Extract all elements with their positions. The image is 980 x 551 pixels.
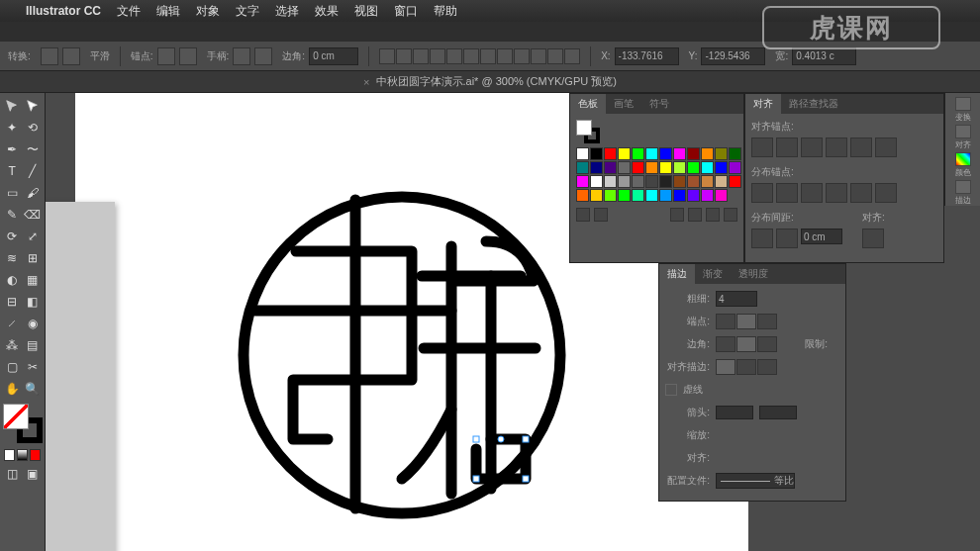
swatch-color[interactable]: [590, 189, 603, 202]
swatch-library-icon[interactable]: [576, 208, 590, 222]
align-left-button[interactable]: [751, 138, 773, 157]
fill-swatch[interactable]: [3, 404, 29, 429]
handle-icon[interactable]: [254, 47, 272, 65]
swatch-color[interactable]: [590, 175, 603, 188]
align-bottom-button[interactable]: [875, 138, 897, 157]
free-transform-tool-icon[interactable]: ⊞: [23, 247, 44, 269]
swatch-color[interactable]: [604, 175, 617, 188]
dist-top-button[interactable]: [751, 183, 773, 203]
tab-align[interactable]: 对齐: [745, 94, 781, 114]
corner-round-button[interactable]: [736, 336, 756, 352]
menu-type[interactable]: 文字: [236, 3, 259, 20]
rotate-tool-icon[interactable]: ⟳: [2, 226, 23, 247]
swatch-color[interactable]: [590, 147, 603, 160]
width-tool-icon[interactable]: ≋: [2, 247, 23, 269]
menu-effect[interactable]: 效果: [315, 3, 339, 20]
swatch-color[interactable]: [576, 189, 589, 202]
menu-file[interactable]: 文件: [117, 3, 141, 20]
lasso-tool-icon[interactable]: ⟲: [23, 117, 44, 138]
dist-h-icon[interactable]: [480, 48, 496, 64]
tab-transparency[interactable]: 透明度: [731, 264, 776, 284]
swatch-color[interactable]: [729, 147, 741, 160]
rectangle-tool-icon[interactable]: ▭: [2, 182, 23, 204]
menu-edit[interactable]: 编辑: [156, 3, 180, 20]
swatch-color[interactable]: [729, 175, 741, 188]
corner-miter-button[interactable]: [716, 336, 735, 352]
cap-round-button[interactable]: [736, 314, 756, 329]
corner-bevel-button[interactable]: [757, 336, 777, 352]
weight-input[interactable]: [716, 291, 757, 307]
swatch-color[interactable]: [701, 161, 714, 174]
swatch-color[interactable]: [659, 147, 672, 160]
delete-swatch-icon[interactable]: [724, 208, 737, 222]
color-mode-none-icon[interactable]: [30, 449, 41, 461]
menu-window[interactable]: 窗口: [394, 3, 418, 20]
swatch-color[interactable]: [729, 161, 741, 174]
swatch-color[interactable]: [604, 161, 617, 174]
eraser-tool-icon[interactable]: ⌫: [23, 204, 44, 226]
tab-gradient[interactable]: 渐变: [695, 264, 731, 284]
anchor-convert-icon[interactable]: [41, 47, 58, 65]
swatch-color[interactable]: [632, 147, 644, 160]
swatch-color[interactable]: [645, 189, 658, 202]
mesh-tool-icon[interactable]: ⊟: [2, 291, 23, 313]
align-hcenter-button[interactable]: [776, 138, 798, 157]
swatch-color[interactable]: [715, 175, 728, 188]
align-bottom-icon[interactable]: [463, 48, 479, 64]
dist-gap-v-button[interactable]: [751, 229, 773, 248]
strip-align[interactable]: 对齐: [948, 125, 978, 150]
dist-icon[interactable]: [514, 48, 530, 64]
tab-swatches[interactable]: 色板: [570, 94, 606, 114]
dist-right-button[interactable]: [875, 183, 897, 203]
perspective-tool-icon[interactable]: ▦: [23, 269, 44, 291]
direct-selection-tool-icon[interactable]: [23, 95, 44, 117]
zoom-tool-icon[interactable]: 🔍: [23, 378, 44, 400]
magic-wand-tool-icon[interactable]: ✦: [2, 117, 23, 138]
x-input[interactable]: [615, 47, 679, 65]
swatch-color[interactable]: [618, 161, 631, 174]
slice-tool-icon[interactable]: ✂: [23, 356, 44, 378]
arrow-end-select[interactable]: [759, 406, 797, 419]
anchor-icon[interactable]: [179, 47, 197, 65]
dist-icon[interactable]: [547, 48, 563, 64]
swatch-color[interactable]: [673, 175, 686, 188]
shaper-tool-icon[interactable]: ✎: [2, 204, 23, 226]
swatch-options-icon[interactable]: [670, 208, 684, 222]
swatch-color[interactable]: [659, 161, 672, 174]
swatch-color[interactable]: [604, 189, 617, 202]
swatch-color[interactable]: [618, 147, 631, 160]
swatch-color[interactable]: [715, 189, 728, 202]
selection-tool-icon[interactable]: [2, 95, 23, 117]
symbol-sprayer-tool-icon[interactable]: ⁂: [2, 334, 23, 356]
align-inside-button[interactable]: [736, 359, 756, 375]
swatch-color[interactable]: [701, 189, 714, 202]
swatch-color[interactable]: [604, 147, 617, 160]
swatch-color[interactable]: [687, 147, 700, 160]
swatch-color[interactable]: [645, 147, 658, 160]
blend-tool-icon[interactable]: ◉: [23, 313, 44, 334]
swatch-color[interactable]: [659, 175, 672, 188]
scale-tool-icon[interactable]: ⤢: [23, 226, 44, 247]
document-tab[interactable]: × 中秋团圆字体演示.ai* @ 300% (CMYK/GPU 预览): [0, 71, 980, 93]
tab-brushes[interactable]: 画笔: [606, 94, 641, 114]
anchor-icon[interactable]: [157, 47, 175, 65]
dist-bottom-button[interactable]: [801, 183, 823, 203]
gradient-tool-icon[interactable]: ◧: [23, 291, 44, 313]
profile-select[interactable]: 等比: [716, 473, 795, 489]
swatch-color[interactable]: [632, 175, 644, 188]
align-top-icon[interactable]: [430, 48, 445, 64]
swatch-color[interactable]: [645, 161, 658, 174]
swatch-color[interactable]: [632, 189, 644, 202]
new-group-icon[interactable]: [688, 208, 702, 222]
align-outside-button[interactable]: [757, 359, 777, 375]
menu-object[interactable]: 对象: [196, 3, 220, 20]
eyedropper-tool-icon[interactable]: ⟋: [2, 313, 23, 334]
dist-v-icon[interactable]: [497, 48, 513, 64]
swatch-color[interactable]: [645, 175, 658, 188]
menu-help[interactable]: 帮助: [434, 3, 457, 20]
swatch-color[interactable]: [576, 175, 589, 188]
dist-icon[interactable]: [531, 48, 546, 64]
anchor-convert-icon[interactable]: [62, 47, 80, 65]
swatch-color[interactable]: [687, 189, 700, 202]
tab-pathfinder[interactable]: 路径查找器: [781, 94, 846, 114]
